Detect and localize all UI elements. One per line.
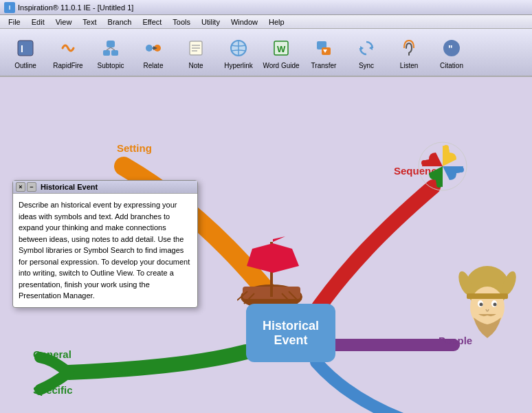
outline-icon: I	[13, 36, 38, 60]
causes-label: Causes	[109, 366, 145, 377]
svg-marker-29	[273, 243, 299, 273]
relate-label: Relate	[144, 62, 164, 69]
svg-point-7	[146, 45, 153, 52]
citation-label: Citation	[440, 62, 463, 69]
general-label: General	[33, 348, 71, 360]
setting-label: Setting	[117, 142, 152, 154]
subtopic-label: Subtopic	[98, 62, 124, 69]
hyperlink-label: Hyperlink	[224, 62, 253, 69]
outline-label: Outline	[14, 62, 36, 69]
svg-marker-30	[247, 243, 273, 273]
svg-line-5	[107, 47, 111, 50]
wordguide-icon: W	[269, 36, 293, 60]
listen-icon	[397, 36, 421, 60]
citation-tool-button[interactable]: "Citation	[432, 31, 472, 74]
transfer-label: Transfer	[311, 62, 337, 69]
sync-icon	[354, 36, 379, 60]
title-text: Inspiration® 11.0.1 IE - [Untitled 1]	[18, 3, 133, 12]
menu-item-view[interactable]: View	[50, 17, 78, 27]
outline-tool-button[interactable]: IOutline	[5, 31, 45, 74]
svg-marker-23	[360, 46, 364, 51]
svg-text:I: I	[21, 43, 23, 54]
sync-tool-button[interactable]: Sync	[346, 31, 386, 74]
rapidfire-icon	[56, 36, 80, 60]
menu-item-tools[interactable]: Tools	[167, 17, 196, 27]
relate-icon	[141, 36, 166, 60]
svg-point-37	[443, 145, 449, 150]
subtopic-tool-button[interactable]: Subtopic	[91, 31, 131, 74]
note-label: Note	[188, 62, 203, 69]
transfer-icon	[311, 36, 336, 60]
popup-content: Describe an historical event by expressi…	[13, 194, 197, 307]
menu-item-help[interactable]: Help	[263, 17, 290, 27]
svg-rect-49	[467, 293, 508, 299]
svg-point-48	[494, 303, 497, 306]
popup-title: Historical Event	[41, 183, 98, 191]
listen-tool-button[interactable]: Listen	[389, 31, 429, 74]
rapidfire-label: RapidFire	[53, 62, 82, 69]
wordguide-tool-button[interactable]: WWord Guide	[261, 31, 301, 74]
menu-item-effect[interactable]: Effect	[137, 17, 167, 27]
relate-tool-button[interactable]: Relate	[133, 31, 173, 74]
svg-point-47	[480, 303, 483, 306]
menu-item-utility[interactable]: Utility	[196, 17, 225, 27]
menu-bar: FileEditViewTextBranchEffectToolsUtility…	[0, 15, 532, 29]
app-icon: I	[4, 2, 15, 13]
svg-text:": "	[448, 43, 453, 54]
note-icon	[184, 36, 208, 60]
sync-label: Sync	[359, 62, 374, 69]
popup-min-btn[interactable]: −	[27, 182, 36, 192]
svg-point-40	[421, 160, 427, 166]
rapidfire-tool-button[interactable]: RapidFire	[48, 31, 88, 74]
svg-point-39	[436, 182, 442, 188]
title-bar: I Inspiration® 11.0.1 IE - [Untitled 1]	[0, 0, 532, 15]
menu-item-text[interactable]: Text	[77, 17, 102, 27]
menu-item-edit[interactable]: Edit	[26, 17, 50, 27]
menu-item-file[interactable]: File	[3, 17, 26, 27]
hyperlink-icon	[226, 36, 251, 60]
popup-close-btn[interactable]: ×	[16, 182, 25, 192]
wordguide-label: Word Guide	[263, 62, 299, 69]
listen-label: Listen	[400, 62, 419, 69]
transfer-tool-button[interactable]: Transfer	[304, 31, 344, 74]
toolbar: IOutlineRapidFireSubtopicRelateNoteHyper…	[0, 29, 532, 77]
svg-rect-2	[107, 41, 115, 47]
svg-point-38	[458, 167, 464, 172]
svg-text:W: W	[277, 44, 286, 54]
puzzle-image	[415, 139, 470, 194]
subtopic-icon	[98, 36, 123, 60]
main-canvas: HistoricalEvent Setting Sequence People …	[0, 77, 532, 413]
menu-item-branch[interactable]: Branch	[102, 17, 137, 27]
central-node[interactable]: HistoricalEvent	[246, 304, 335, 362]
central-node-text: HistoricalEvent	[263, 319, 319, 348]
specific-label: Specific	[33, 384, 73, 396]
svg-rect-4	[111, 50, 118, 56]
svg-marker-31	[273, 236, 285, 242]
hyperlink-tool-button[interactable]: Hyperlink	[219, 31, 258, 74]
viking-image	[456, 263, 518, 352]
menu-item-window[interactable]: Window	[225, 17, 263, 27]
citation-icon: "	[439, 36, 464, 60]
note-tool-button[interactable]: Note	[176, 31, 216, 74]
popup-titlebar: × − Historical Event	[13, 181, 197, 194]
svg-rect-3	[103, 50, 110, 56]
svg-line-6	[111, 47, 115, 50]
svg-marker-22	[369, 45, 373, 50]
popup-dialog: × − Historical Event Describe an histori…	[12, 180, 198, 308]
